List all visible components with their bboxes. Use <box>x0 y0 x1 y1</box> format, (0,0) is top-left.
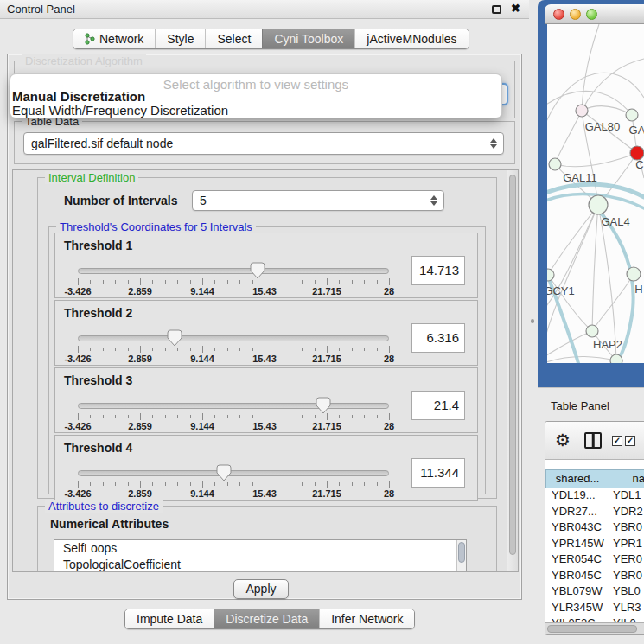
slider-thumb[interactable] <box>167 329 182 347</box>
checkbox-checked-icon[interactable]: ✓ <box>625 436 635 446</box>
network-view-window: GAL80GACGAL11GAL4GCY1HHAP2 <box>538 0 644 387</box>
cyni-mode-tabs: Impute Data Discretize Data Infer Networ… <box>124 609 415 629</box>
close-traffic-light-icon[interactable] <box>553 9 564 20</box>
node-table: ⚙ ✓ ✓ shared... na YDL19...YDL1YDR27...Y… <box>545 421 644 635</box>
column-header-shared-name[interactable]: shared... <box>545 469 609 488</box>
network-canvas[interactable]: GAL80GACGAL11GAL4GCY1HHAP2 <box>547 24 644 363</box>
control-panel-titlebar: Control Panel ✖ <box>0 0 529 19</box>
algorithm-dropdown-popup: Select algorithm to view settings Manual… <box>10 74 501 118</box>
close-icon[interactable]: ✖ <box>511 2 520 15</box>
popup-option-equal-width-frequency[interactable]: Equal Width/Frequency Discretization <box>12 103 228 118</box>
threshold-1-slider[interactable]: -3.4262.8599.14415.4321.71528 <box>78 265 389 294</box>
tab-infer-network[interactable]: Infer Network <box>319 609 414 628</box>
table-h-scrollbar[interactable] <box>545 622 644 634</box>
attribute-item[interactable]: SelfLoops <box>54 540 466 557</box>
tab-network[interactable]: Network <box>73 29 155 48</box>
network-node[interactable] <box>586 325 598 337</box>
num-intervals-label: Number of Intervals <box>64 194 177 207</box>
column-header-name[interactable]: na <box>609 469 644 488</box>
threshold-3-row: Threshold 3 -3.4262.8599.14415.4321.7152… <box>54 367 478 433</box>
threshold-1-value-field[interactable]: 14.713 <box>411 256 465 285</box>
threshold-4-label: Threshold 4 <box>64 441 132 455</box>
table-panel-title: Table Panel <box>551 399 609 412</box>
popup-option-manual-discretization[interactable]: Manual Discretization <box>12 89 145 104</box>
table-data-combobox[interactable]: galFiltered.sif default node <box>23 132 504 155</box>
tab-jactivemnodules[interactable]: jActiveMNodules <box>354 29 468 48</box>
list-scrollbar[interactable] <box>456 540 466 572</box>
numerical-attributes-label: Numerical Attributes <box>50 517 169 531</box>
table-data-group: Table Data galFiltered.sif default node <box>14 121 515 164</box>
table-row[interactable]: YER054CYER0 <box>545 552 644 569</box>
threshold-4-slider[interactable]: -3.4262.8599.14415.4321.71528 <box>78 467 389 496</box>
num-intervals-combobox[interactable]: 5 <box>192 190 444 211</box>
threshold-2-slider[interactable]: -3.4262.8599.14415.4321.71528 <box>78 332 389 361</box>
network-node[interactable] <box>547 269 554 281</box>
table-row[interactable]: YPR145WYPR1 <box>545 537 644 553</box>
table-panel: Table Panel ⚙ ✓ ✓ shared... na YDL19...Y… <box>538 387 644 644</box>
svg-text:GAL4: GAL4 <box>601 215 629 228</box>
threshold-3-label: Threshold 3 <box>64 373 132 387</box>
network-node[interactable] <box>610 354 622 363</box>
threshold-2-label: Threshold 2 <box>64 306 132 320</box>
table-row[interactable]: YBR045CYBR0 <box>545 569 644 585</box>
split-columns-icon[interactable] <box>584 432 602 449</box>
interval-definition-group: Interval Definition Number of Intervals … <box>37 177 497 499</box>
threshold-1-row: Threshold 1 -3.4262.8599.14415.4321.7152… <box>54 233 478 298</box>
table-header-row: shared... na <box>545 469 644 488</box>
tab-discretize-data[interactable]: Discretize Data <box>214 609 319 628</box>
network-icon <box>85 33 95 45</box>
settings-scrollbar[interactable] <box>507 170 518 571</box>
thresholds-group: Threshold's Coordinates for 5 Intervals … <box>48 226 486 494</box>
splitter-handle[interactable] <box>531 319 534 323</box>
combo-arrows-icon <box>490 138 497 149</box>
checkbox-checked-icon[interactable]: ✓ <box>612 436 622 446</box>
threshold-1-label: Threshold 1 <box>64 239 132 252</box>
network-node[interactable] <box>576 105 588 117</box>
attributes-title: Attributes to discretize <box>45 500 163 513</box>
table-row[interactable]: YLR345WYLR3 <box>545 601 644 617</box>
gear-icon[interactable]: ⚙ <box>555 430 571 450</box>
slider-thumb[interactable] <box>316 397 331 414</box>
threshold-4-value-field[interactable]: 11.344 <box>411 458 465 488</box>
network-node[interactable] <box>589 195 608 214</box>
svg-text:GAL80: GAL80 <box>585 120 620 133</box>
tab-cyni-toolbox[interactable]: Cyni Toolbox <box>262 29 354 48</box>
minimize-traffic-light-icon[interactable] <box>570 9 581 20</box>
table-row[interactable]: YDR27...YDR2 <box>545 505 644 521</box>
table-toolbar: ⚙ ✓ ✓ <box>545 422 644 460</box>
svg-text:C: C <box>635 158 643 171</box>
table-body[interactable]: YDL19...YDL1YDR27...YDR2YBR043CYBR0YPR14… <box>545 488 644 622</box>
svg-text:HAP2: HAP2 <box>593 338 622 351</box>
attribute-item[interactable]: TopologicalCoefficient <box>54 557 466 573</box>
interval-definition-title: Interval Definition <box>45 171 138 184</box>
threshold-2-value-field[interactable]: 6.316 <box>411 323 465 353</box>
table-row[interactable]: YDL19...YDL1 <box>545 488 644 505</box>
slider-thumb[interactable] <box>216 464 232 481</box>
threshold-3-value-field[interactable]: 21.4 <box>411 391 465 420</box>
apply-button[interactable]: Apply <box>233 579 289 599</box>
numerical-attributes-listbox[interactable]: SelfLoopsTopologicalCoefficientBetweenne… <box>54 539 467 572</box>
float-box-icon[interactable] <box>492 5 501 14</box>
slider-thumb[interactable] <box>250 262 265 279</box>
network-node[interactable] <box>549 158 561 170</box>
table-row[interactable]: YIL052CYIL0 <box>545 616 644 622</box>
svg-text:GCY1: GCY1 <box>547 284 575 297</box>
zoom-traffic-light-icon[interactable] <box>586 9 597 20</box>
tab-impute-data[interactable]: Impute Data <box>125 609 214 628</box>
network-node[interactable] <box>626 109 638 121</box>
svg-text:GAL11: GAL11 <box>563 171 597 184</box>
tab-select[interactable]: Select <box>205 29 262 48</box>
table-data-value: galFiltered.sif default node <box>31 137 173 150</box>
combo-arrows-icon <box>430 195 437 206</box>
threshold-4-row: Threshold 4 -3.4262.8599.14415.4321.7152… <box>54 435 478 501</box>
tab-network-label: Network <box>99 32 143 46</box>
tab-style[interactable]: Style <box>155 29 205 48</box>
network-node[interactable] <box>627 267 641 281</box>
svg-text:H: H <box>634 283 642 296</box>
table-row[interactable]: YBR043CYBR0 <box>545 520 644 537</box>
svg-text:GA: GA <box>629 124 644 137</box>
network-window-titlebar[interactable] <box>545 4 644 24</box>
discretization-algorithm-title: Discretization Algorithm <box>22 54 146 67</box>
threshold-3-slider[interactable]: -3.4262.8599.14415.4321.71528 <box>78 399 389 429</box>
table-row[interactable]: YBL079WYBL0 <box>545 584 644 601</box>
